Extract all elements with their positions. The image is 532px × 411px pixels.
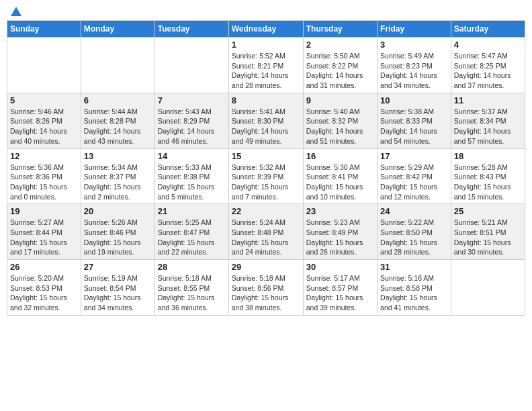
day-number: 2 [306,40,374,50]
day-number: 30 [306,262,374,272]
calendar-cell [81,38,154,93]
day-info: Sunrise: 5:30 AM Sunset: 8:41 PM Dayligh… [306,163,374,202]
column-header-monday: Monday [81,21,154,38]
calendar-week-row: 19Sunrise: 5:27 AM Sunset: 8:44 PM Dayli… [7,204,525,260]
calendar-cell: 14Sunrise: 5:33 AM Sunset: 8:38 PM Dayli… [154,148,228,204]
calendar-cell: 8Sunrise: 5:41 AM Sunset: 8:30 PM Daylig… [228,93,303,148]
day-number: 14 [158,151,226,161]
calendar-cell: 1Sunrise: 5:52 AM Sunset: 8:21 PM Daylig… [228,38,303,93]
column-header-thursday: Thursday [303,21,377,38]
day-info: Sunrise: 5:18 AM Sunset: 8:56 PM Dayligh… [232,273,300,313]
day-number: 9 [306,95,374,105]
day-info: Sunrise: 5:21 AM Sunset: 8:51 PM Dayligh… [454,218,522,257]
day-number: 31 [380,262,448,272]
calendar-cell: 26Sunrise: 5:20 AM Sunset: 8:53 PM Dayli… [7,260,81,316]
calendar-cell: 4Sunrise: 5:47 AM Sunset: 8:25 PM Daylig… [451,38,525,93]
day-number: 6 [84,95,152,105]
day-info: Sunrise: 5:29 AM Sunset: 8:42 PM Dayligh… [380,163,448,202]
calendar-cell: 31Sunrise: 5:16 AM Sunset: 8:58 PM Dayli… [378,260,451,316]
day-number: 27 [84,262,152,272]
calendar-cell: 13Sunrise: 5:34 AM Sunset: 8:37 PM Dayli… [81,148,154,204]
day-number: 26 [10,262,78,272]
column-header-tuesday: Tuesday [154,21,228,38]
column-header-wednesday: Wednesday [228,21,303,38]
day-info: Sunrise: 5:36 AM Sunset: 8:36 PM Dayligh… [10,163,78,202]
column-header-saturday: Saturday [451,21,525,38]
calendar-cell: 21Sunrise: 5:25 AM Sunset: 8:47 PM Dayli… [154,204,228,260]
day-number: 3 [380,40,448,50]
day-number: 15 [232,151,300,161]
day-info: Sunrise: 5:32 AM Sunset: 8:39 PM Dayligh… [232,163,300,202]
day-info: Sunrise: 5:19 AM Sunset: 8:54 PM Dayligh… [84,273,152,313]
calendar-cell: 27Sunrise: 5:19 AM Sunset: 8:54 PM Dayli… [81,260,154,316]
day-info: Sunrise: 5:38 AM Sunset: 8:33 PM Dayligh… [380,107,448,146]
calendar-cell: 28Sunrise: 5:18 AM Sunset: 8:55 PM Dayli… [154,260,228,316]
day-number: 1 [232,40,300,50]
page-header [7,7,525,15]
calendar-cell: 24Sunrise: 5:22 AM Sunset: 8:50 PM Dayli… [378,204,451,260]
day-info: Sunrise: 5:25 AM Sunset: 8:47 PM Dayligh… [158,218,226,257]
calendar-cell: 30Sunrise: 5:17 AM Sunset: 8:57 PM Dayli… [303,260,377,316]
calendar-cell: 17Sunrise: 5:29 AM Sunset: 8:42 PM Dayli… [378,148,451,204]
day-number: 16 [306,151,374,161]
day-number: 13 [84,151,152,161]
day-number: 29 [232,262,300,272]
calendar-cell: 18Sunrise: 5:28 AM Sunset: 8:43 PM Dayli… [451,148,525,204]
day-number: 19 [10,206,78,216]
calendar-cell: 20Sunrise: 5:26 AM Sunset: 8:46 PM Dayli… [81,204,154,260]
day-info: Sunrise: 5:52 AM Sunset: 8:21 PM Dayligh… [232,51,300,91]
calendar-cell: 22Sunrise: 5:24 AM Sunset: 8:48 PM Dayli… [228,204,303,260]
day-number: 21 [158,206,226,216]
day-info: Sunrise: 5:18 AM Sunset: 8:55 PM Dayligh… [158,273,226,313]
day-number: 10 [380,95,448,105]
calendar-week-row: 1Sunrise: 5:52 AM Sunset: 8:21 PM Daylig… [7,38,525,93]
day-number: 5 [10,95,78,105]
day-info: Sunrise: 5:50 AM Sunset: 8:22 PM Dayligh… [306,51,374,91]
day-number: 24 [380,206,448,216]
day-info: Sunrise: 5:46 AM Sunset: 8:26 PM Dayligh… [10,107,78,146]
day-info: Sunrise: 5:34 AM Sunset: 8:37 PM Dayligh… [84,163,152,202]
day-number: 17 [380,151,448,161]
day-info: Sunrise: 5:40 AM Sunset: 8:32 PM Dayligh… [306,107,374,146]
day-info: Sunrise: 5:41 AM Sunset: 8:30 PM Dayligh… [232,107,300,146]
calendar-cell: 15Sunrise: 5:32 AM Sunset: 8:39 PM Dayli… [228,148,303,204]
day-info: Sunrise: 5:22 AM Sunset: 8:50 PM Dayligh… [380,218,448,257]
calendar-cell: 19Sunrise: 5:27 AM Sunset: 8:44 PM Dayli… [7,204,81,260]
logo-triangle-icon [11,7,21,16]
day-number: 11 [454,95,522,105]
day-number: 18 [454,151,522,161]
day-info: Sunrise: 5:23 AM Sunset: 8:49 PM Dayligh… [306,218,374,257]
calendar-header-row: SundayMondayTuesdayWednesdayThursdayFrid… [7,21,525,38]
day-info: Sunrise: 5:43 AM Sunset: 8:29 PM Dayligh… [158,107,226,146]
calendar-cell: 29Sunrise: 5:18 AM Sunset: 8:56 PM Dayli… [228,260,303,316]
day-info: Sunrise: 5:26 AM Sunset: 8:46 PM Dayligh… [84,218,152,257]
calendar-cell: 23Sunrise: 5:23 AM Sunset: 8:49 PM Dayli… [303,204,377,260]
day-number: 12 [10,151,78,161]
column-header-friday: Friday [378,21,451,38]
calendar-week-row: 26Sunrise: 5:20 AM Sunset: 8:53 PM Dayli… [7,260,525,316]
day-info: Sunrise: 5:44 AM Sunset: 8:28 PM Dayligh… [84,107,152,146]
day-number: 7 [158,95,226,105]
calendar-cell: 6Sunrise: 5:44 AM Sunset: 8:28 PM Daylig… [81,93,154,148]
day-number: 22 [232,206,300,216]
day-number: 4 [454,40,522,50]
calendar-cell: 16Sunrise: 5:30 AM Sunset: 8:41 PM Dayli… [303,148,377,204]
calendar-cell: 12Sunrise: 5:36 AM Sunset: 8:36 PM Dayli… [7,148,81,204]
day-info: Sunrise: 5:27 AM Sunset: 8:44 PM Dayligh… [10,218,78,257]
calendar-week-row: 12Sunrise: 5:36 AM Sunset: 8:36 PM Dayli… [7,148,525,204]
calendar-cell: 25Sunrise: 5:21 AM Sunset: 8:51 PM Dayli… [451,204,525,260]
calendar-cell: 5Sunrise: 5:46 AM Sunset: 8:26 PM Daylig… [7,93,81,148]
calendar-week-row: 5Sunrise: 5:46 AM Sunset: 8:26 PM Daylig… [7,93,525,148]
day-info: Sunrise: 5:24 AM Sunset: 8:48 PM Dayligh… [232,218,300,257]
calendar-cell: 2Sunrise: 5:50 AM Sunset: 8:22 PM Daylig… [303,38,377,93]
day-number: 25 [454,206,522,216]
day-info: Sunrise: 5:16 AM Sunset: 8:58 PM Dayligh… [380,273,448,313]
column-header-sunday: Sunday [7,21,81,38]
day-info: Sunrise: 5:37 AM Sunset: 8:34 PM Dayligh… [454,107,522,146]
day-info: Sunrise: 5:47 AM Sunset: 8:25 PM Dayligh… [454,51,522,91]
day-info: Sunrise: 5:28 AM Sunset: 8:43 PM Dayligh… [454,163,522,202]
calendar-cell: 3Sunrise: 5:49 AM Sunset: 8:23 PM Daylig… [378,38,451,93]
calendar-cell [7,38,81,93]
day-number: 28 [158,262,226,272]
day-number: 23 [306,206,374,216]
